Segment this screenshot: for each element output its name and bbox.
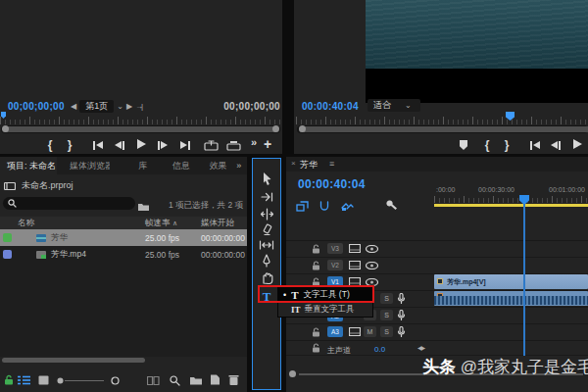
video-clip[interactable]: 芳华.mp4[V] <box>434 274 588 289</box>
eye-icon[interactable] <box>366 245 378 253</box>
thumbnail-size-slider[interactable] <box>57 377 106 384</box>
search-input[interactable] <box>3 197 135 210</box>
step-forward-button[interactable] <box>155 138 171 152</box>
column-media-start[interactable]: 媒体开始 <box>201 218 234 229</box>
list-view-icon[interactable] <box>18 375 30 385</box>
track-target-badge[interactable]: V3 <box>327 243 343 254</box>
icon-view-icon[interactable] <box>38 375 49 385</box>
sync-lock-icon[interactable] <box>349 327 361 336</box>
tab-info[interactable]: 信息 <box>166 160 193 172</box>
play-button[interactable] <box>569 137 585 151</box>
horizontal-scrollbar[interactable] <box>2 358 145 363</box>
settings-wrench-icon[interactable] <box>385 197 398 215</box>
audio-clip[interactable] <box>434 291 588 306</box>
work-area-bar[interactable] <box>434 204 588 207</box>
master-level-value[interactable]: 0.0 <box>374 345 385 354</box>
column-frame-rate[interactable]: 帧速率 ∧ <box>145 218 177 229</box>
playhead-line[interactable] <box>523 204 525 356</box>
go-to-in-button[interactable] <box>90 138 106 152</box>
selection-tool[interactable] <box>253 171 280 186</box>
tab-sequence[interactable]: 芳华 <box>300 159 318 172</box>
new-item-icon[interactable] <box>210 374 220 385</box>
lock-icon[interactable] <box>312 261 320 270</box>
program-ruler-ticks[interactable] <box>296 117 588 124</box>
column-name[interactable]: 名称 <box>18 218 34 229</box>
go-to-out-button[interactable] <box>177 138 193 152</box>
nest-toggle-icon[interactable] <box>296 198 309 216</box>
chevron-down-icon[interactable]: ⌄ <box>117 102 123 111</box>
chevron-left-icon[interactable]: ◀ <box>71 102 76 111</box>
slip-tool[interactable] <box>253 237 280 253</box>
add-marker-icon[interactable] <box>457 138 470 152</box>
mark-out-button[interactable]: } <box>63 138 76 152</box>
mark-in-button[interactable]: { <box>480 138 494 152</box>
insert-icon[interactable] <box>202 138 220 152</box>
source-ruler-ticks[interactable] <box>0 117 282 124</box>
tab-project[interactable]: 项目: 未命名≡ <box>0 157 57 174</box>
program-zoom-scrollbar[interactable] <box>297 125 588 133</box>
find-icon[interactable] <box>170 375 180 386</box>
tab-libraries[interactable]: 库 <box>131 160 152 172</box>
menu-item-vertical-type-tool[interactable]: IT 垂直文字工具 <box>278 303 372 317</box>
track-target-badge[interactable]: A3 <box>327 326 343 337</box>
search-in-bin-icon[interactable] <box>137 198 150 216</box>
snap-magnet-icon[interactable] <box>318 198 330 216</box>
program-timecode[interactable]: 00:00:40:04 <box>302 101 359 112</box>
mute-button[interactable]: M <box>364 326 376 337</box>
sync-lock-icon[interactable] <box>349 244 361 253</box>
program-video-frame[interactable] <box>366 0 588 103</box>
solo-button[interactable]: S <box>380 310 393 320</box>
mic-icon[interactable] <box>397 293 406 304</box>
trash-icon[interactable] <box>228 374 239 385</box>
razor-tool[interactable] <box>253 221 280 237</box>
lock-icon[interactable] <box>312 244 320 254</box>
mic-icon[interactable] <box>397 326 406 337</box>
more-buttons-icon[interactable]: » <box>248 135 260 149</box>
table-row-clip[interactable]: 芳华.mp4 25.00 fps 00:00:00:00 <box>0 246 247 263</box>
pen-tool[interactable] <box>253 253 280 269</box>
mark-out-button[interactable]: } <box>500 138 514 152</box>
mark-in-button[interactable]: { <box>43 138 57 152</box>
hand-tool[interactable] <box>253 270 280 285</box>
timeline-ruler[interactable] <box>434 196 588 203</box>
tab-overflow-icon[interactable]: » <box>229 161 247 171</box>
label-color-swatch[interactable] <box>3 250 12 259</box>
solo-button[interactable]: S <box>380 326 393 337</box>
play-button[interactable] <box>133 137 149 151</box>
table-row-sequence[interactable]: 芳华 25.00 fps 00:00:00:00 <box>0 229 247 246</box>
sort-icons-icon[interactable] <box>111 376 120 385</box>
go-to-in-button[interactable] <box>527 138 543 152</box>
solo-button[interactable]: S <box>380 293 393 304</box>
ripple-edit-tool[interactable] <box>253 206 280 221</box>
eye-icon[interactable] <box>366 262 378 270</box>
page-selector[interactable]: ◀ 第1页 ⌄ ▶ →| <box>71 100 141 113</box>
fx-badge-icon[interactable] <box>437 278 443 284</box>
keyframe-nav-icon[interactable]: ◀▶ <box>417 344 424 351</box>
automate-to-sequence-icon[interactable] <box>147 376 160 385</box>
go-to-next-icon[interactable]: →| <box>135 102 141 111</box>
zoom-level-select[interactable]: 适合 ⌄ <box>368 99 420 112</box>
track-target-badge[interactable]: V2 <box>327 260 343 270</box>
mic-icon[interactable] <box>397 310 406 320</box>
timeline-timecode[interactable]: 00:00:40:04 <box>298 177 366 191</box>
overwrite-icon[interactable] <box>224 138 242 152</box>
step-back-button[interactable] <box>112 138 127 152</box>
lock-icon[interactable] <box>312 343 320 353</box>
new-bin-icon[interactable] <box>189 375 203 385</box>
page-field[interactable]: 第1页 <box>79 100 114 113</box>
tab-media-browser[interactable]: 媒体浏览器 <box>63 160 110 172</box>
project-writable-icon[interactable] <box>4 374 14 385</box>
button-editor-icon[interactable]: + <box>261 137 274 151</box>
track-select-forward-tool[interactable] <box>253 189 280 205</box>
source-timecode[interactable]: 00;00;00;00 <box>8 101 65 112</box>
close-tab-icon[interactable]: × <box>291 159 296 168</box>
label-color-swatch[interactable] <box>3 233 12 242</box>
source-zoom-scrollbar[interactable] <box>1 125 280 133</box>
lock-icon[interactable] <box>312 327 320 337</box>
tab-effects[interactable]: 效果 <box>203 160 230 172</box>
step-back-button[interactable] <box>548 138 564 152</box>
panel-menu-icon[interactable]: ≡ <box>329 159 334 169</box>
linked-selection-icon[interactable] <box>341 198 354 216</box>
chevron-right-icon[interactable]: ▶ <box>126 102 132 111</box>
list-header[interactable]: 名称 帧速率 ∧ 媒体开始 <box>0 217 247 229</box>
